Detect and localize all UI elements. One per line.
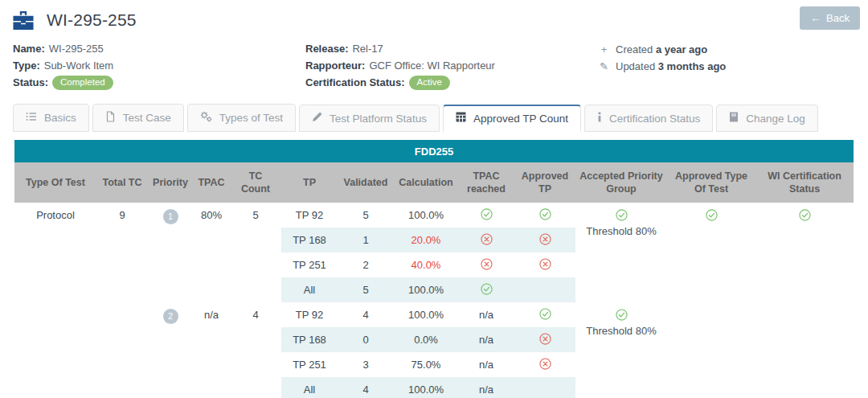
approved-tp-cell (514, 203, 575, 228)
tab-types-of-test[interactable]: Types of Test (187, 104, 296, 132)
tab-test-platform-status[interactable]: Test Platform Status (299, 105, 440, 132)
type-of-test-cell: Protocol (14, 203, 96, 398)
approved-tp-cell (514, 228, 575, 252)
calculation-cell: 100.0% (394, 302, 458, 327)
gears-icon (200, 111, 212, 125)
plus-icon: + (599, 42, 609, 57)
calculation-cell: 75.0% (394, 352, 458, 377)
tab-test-case[interactable]: Test Case (92, 104, 184, 132)
certification-status-badge: Active (409, 76, 450, 90)
validated-cell: 5 (338, 277, 394, 302)
info-column-middle: Release:Rel-17 Rapporteur:GCF Office: WI… (305, 42, 599, 92)
calculation-cell: 20.0% (394, 228, 458, 252)
threshold-text: Threshold 80% (575, 225, 667, 238)
validated-cell: 4 (338, 377, 394, 398)
tpac-cell: n/a (193, 302, 230, 398)
tp-cell: TP 168 (281, 228, 338, 252)
type-label: Type: (13, 59, 40, 73)
tab-change-log[interactable]: Change Log (716, 105, 818, 132)
col-accepted-priority-group: Accepted Priority Group (575, 162, 667, 203)
status-badge: Completed (52, 76, 113, 90)
tc-count-cell: 4 (230, 302, 281, 398)
x-circle-icon (539, 333, 551, 347)
pencil-icon (312, 112, 322, 125)
col-tc-count: TC Count (230, 162, 281, 203)
calculation-cell: 40.0% (394, 252, 458, 277)
back-label: Back (826, 12, 850, 24)
tc-count-cell: 5 (230, 203, 281, 302)
band-group-title: FDD255 (14, 140, 854, 162)
check-circle-icon (616, 209, 628, 224)
file-icon (105, 111, 116, 125)
priority-cell: 1 (148, 203, 193, 302)
info-column-right: + Created a year ago ✎ Updated 3 months … (599, 42, 855, 92)
validated-cell: 0 (338, 327, 394, 352)
type-value: Sub-Work Item (44, 59, 113, 73)
info-section: Name:WI-295-255 Type:Sub-Work Item Statu… (13, 42, 855, 92)
col-tpac-reached: TPAC reached (458, 162, 514, 203)
check-circle-icon (799, 209, 811, 224)
check-circle-icon (616, 309, 628, 323)
tp-cell: All (281, 277, 338, 302)
col-total-tc: Total TC (96, 162, 148, 203)
back-button[interactable]: ← Back (800, 6, 860, 30)
column-header-row: Type Of Test Total TC Priority TPAC TC C… (14, 162, 854, 203)
approved-tp-count-panel: FDD255 Type Of Test Total TC Priority TP… (14, 140, 854, 398)
tpac-reached-cell: n/a (458, 327, 514, 352)
x-circle-icon (481, 233, 493, 248)
created-text: Created a year ago (616, 42, 707, 57)
tpac-reached-cell: n/a (458, 302, 514, 327)
list-icon (26, 111, 37, 125)
certification-status-label: Certification Status: (305, 76, 405, 90)
validated-cell: 5 (338, 203, 394, 228)
rapporteur-value: GCF Office: WI Rapporteur (369, 59, 495, 73)
priority-cell: 2 (148, 302, 193, 398)
release-label: Release: (305, 42, 348, 56)
tpac-cell: 80% (193, 203, 230, 302)
table-row: Protocol 9 1 80% 5 TP 92 5 100.0% Thresh… (14, 203, 854, 228)
wi-certification-status-cell (755, 203, 854, 398)
back-arrow-icon: ← (810, 12, 821, 24)
col-approved-type-of-test: Approved Type Of Test (667, 162, 755, 203)
threshold-text: Threshold 80% (575, 325, 667, 338)
validated-cell: 3 (338, 352, 394, 377)
name-label: Name: (13, 42, 45, 56)
calculation-cell: 0.0% (394, 327, 458, 352)
tab-basics[interactable]: Basics (13, 104, 89, 132)
approved-tp-cell (514, 252, 575, 277)
x-circle-icon (539, 258, 551, 273)
check-circle-icon (706, 209, 718, 224)
tpac-reached-cell (458, 252, 514, 277)
col-wi-certification-status: WI Certification Status (755, 162, 854, 203)
tp-cell: TP 168 (281, 327, 338, 352)
approved-tp-cell (514, 327, 575, 352)
page-title: WI-295-255 (47, 10, 137, 30)
calculator-icon (456, 112, 466, 125)
accepted-priority-group-cell: Threshold 80% (575, 302, 667, 398)
validated-cell: 4 (338, 302, 394, 327)
col-calculation: Calculation (394, 162, 458, 203)
tab-certification-status[interactable]: Certification Status (584, 105, 713, 132)
name-value: WI-295-255 (49, 42, 104, 56)
tab-approved-tp-count[interactable]: Approved TP Count (443, 105, 581, 132)
page-header: WI-295-255 ← Back Name:WI-295-255 Type:S… (0, 0, 868, 92)
approved-tp-cell (514, 377, 575, 398)
x-circle-icon (539, 358, 551, 372)
tp-cell: TP 92 (281, 302, 338, 327)
release-value: Rel-17 (352, 42, 383, 56)
tpac-reached-cell (458, 228, 514, 252)
tpac-reached-cell: n/a (458, 352, 514, 377)
check-circle-icon (539, 208, 551, 223)
validated-cell: 1 (338, 228, 394, 252)
tab-bar: Basics Test Case Types of Test Test Plat… (13, 104, 855, 132)
tpac-reached-cell (458, 203, 514, 228)
tp-cell: All (281, 377, 338, 398)
approved-tp-count-table: FDD255 Type Of Test Total TC Priority TP… (14, 140, 854, 398)
approved-tp-cell (514, 302, 575, 327)
x-circle-icon (539, 233, 551, 248)
calculation-cell: 100.0% (394, 277, 458, 302)
tp-cell: TP 251 (281, 252, 338, 277)
col-approved-tp: Approved TP (514, 162, 575, 203)
priority-badge: 1 (163, 209, 178, 224)
x-circle-icon (481, 258, 493, 273)
